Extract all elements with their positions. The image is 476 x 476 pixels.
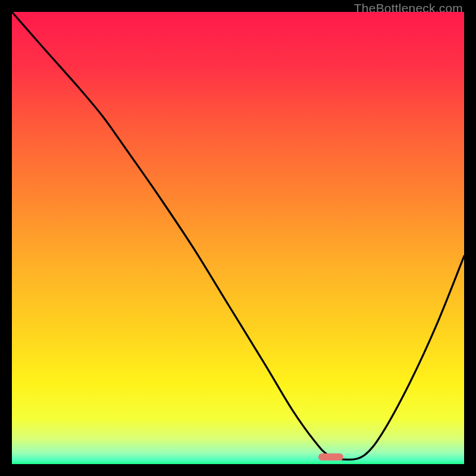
curve-layer (12, 12, 464, 464)
bottleneck-curve (12, 12, 464, 459)
plot-area (12, 12, 464, 464)
chart-stage: TheBottleneck.com (0, 0, 476, 476)
optimal-marker (318, 453, 343, 461)
